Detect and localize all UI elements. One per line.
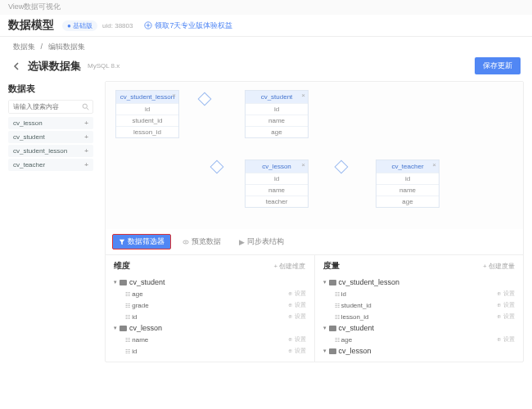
folder-icon	[329, 280, 336, 285]
add-measure[interactable]: + 创建度量	[483, 262, 515, 271]
promo-link[interactable]: 领取7天专业版体验权益	[144, 20, 232, 31]
measures-panel: 度量+ 创建度量 cv_student_lesson ☷ id⊕ 设置 ☷ st…	[314, 255, 524, 362]
svg-point-1	[83, 104, 87, 108]
dim-group[interactable]: cv_student	[114, 276, 306, 288]
entity-student[interactable]: cv_student× idnameage	[245, 90, 309, 138]
filter-icon	[119, 239, 125, 245]
svg-point-3	[185, 241, 187, 243]
search-box	[8, 100, 93, 114]
close-icon[interactable]: ×	[301, 161, 305, 169]
save-button[interactable]: 保存更新	[475, 57, 521, 74]
meas-group[interactable]: cv_student_lesson	[323, 276, 516, 288]
header: 数据模型 ● 基础版 uid: 38803 领取7天专业版体验权益	[0, 15, 532, 37]
tab-preview[interactable]: 预览数据	[176, 234, 228, 249]
table-item[interactable]: cv_student+	[8, 131, 93, 143]
table-item[interactable]: cv_student_lesson+	[8, 145, 93, 157]
sidebar: 数据表 cv_lesson+ cv_student+ cv_student_le…	[8, 81, 93, 362]
tabs: 数据筛选器 预览数据 ▶同步表结构	[106, 229, 523, 254]
app-title: 数据模型	[8, 18, 54, 33]
sidebar-title: 数据表	[8, 81, 93, 100]
folder-icon	[329, 348, 336, 354]
play-icon: ▶	[239, 238, 245, 246]
meas-field[interactable]: ☷ lesson_id⊕ 设置	[323, 311, 516, 322]
dim-field[interactable]: ☷ id⊕ 设置	[114, 345, 306, 357]
meas-group[interactable]: cv_lesson	[323, 345, 516, 357]
field-ops[interactable]: ⊕ 设置	[497, 335, 515, 344]
search-input[interactable]	[9, 101, 78, 113]
er-canvas[interactable]: cv_student_lesson× idstudent_idlesson_id…	[106, 82, 523, 229]
table-list: cv_lesson+ cv_student+ cv_student_lesson…	[8, 117, 93, 171]
crumb-root[interactable]: 数据集	[13, 43, 35, 51]
plus-icon[interactable]: +	[84, 147, 88, 155]
folder-icon	[329, 326, 336, 331]
dim-field[interactable]: ☷ id⊕ 设置	[114, 311, 306, 322]
relation-icon[interactable]	[198, 92, 212, 106]
entity-student-lesson[interactable]: cv_student_lesson× idstudent_idlesson_id	[115, 90, 179, 138]
dataset-title: 选课数据集	[28, 59, 81, 74]
entity-lesson[interactable]: cv_lesson× idnameteacher	[245, 160, 309, 208]
plus-icon[interactable]: +	[84, 119, 88, 127]
field-ops[interactable]: ⊕ 设置	[497, 312, 515, 321]
breadcrumb: 数据集 / 编辑数据集	[0, 37, 532, 57]
entity-teacher[interactable]: cv_teacher× idnameage	[376, 160, 440, 208]
field-ops[interactable]: ⊕ 设置	[288, 312, 306, 321]
table-item[interactable]: cv_lesson+	[8, 117, 93, 129]
meas-field[interactable]: ☷ id⊕ 设置	[323, 288, 516, 299]
meas-field[interactable]: ☷ age⊕ 设置	[323, 334, 516, 345]
field-ops[interactable]: ⊕ 设置	[288, 347, 306, 355]
titlebar: 选课数据集 MySQL 8.x 保存更新	[0, 57, 532, 81]
field-ops[interactable]: ⊕ 设置	[288, 301, 306, 309]
table-item[interactable]: cv_teacher+	[8, 159, 93, 171]
dimensions-panel: 维度+ 创建维度 cv_student ☷ age⊕ 设置 ☷ grade⊕ 设…	[106, 255, 314, 362]
field-ops[interactable]: ⊕ 设置	[288, 335, 306, 344]
db-label: MySQL 8.x	[88, 62, 119, 70]
search-icon[interactable]	[78, 101, 92, 113]
topbar-brand: View数据可视化	[0, 0, 532, 15]
dim-group[interactable]: cv_lesson	[114, 322, 306, 334]
close-icon[interactable]: ×	[172, 92, 176, 99]
plus-icon[interactable]: +	[84, 161, 88, 169]
tab-filter[interactable]: 数据筛选器	[112, 234, 171, 249]
crumb-current: 编辑数据集	[48, 43, 85, 51]
close-icon[interactable]: ×	[432, 161, 436, 169]
meas-group[interactable]: cv_student	[323, 322, 516, 334]
eye-icon	[183, 239, 189, 245]
main-panel: cv_student_lesson× idstudent_idlesson_id…	[105, 81, 524, 362]
relation-icon[interactable]	[210, 160, 224, 174]
dim-field[interactable]: ☷ grade⊕ 设置	[114, 299, 306, 311]
plan-badge: ● 基础版	[62, 20, 97, 31]
meas-field[interactable]: ☷ student_id⊕ 设置	[323, 299, 516, 311]
field-ops[interactable]: ⊕ 设置	[288, 290, 306, 298]
plus-icon[interactable]: +	[84, 133, 88, 141]
folder-icon	[119, 280, 127, 285]
add-dimension[interactable]: + 创建维度	[274, 262, 306, 271]
tab-sync[interactable]: ▶同步表结构	[232, 234, 291, 249]
gift-icon	[144, 21, 152, 29]
dim-field[interactable]: ☷ name⊕ 设置	[114, 334, 306, 345]
relation-icon[interactable]	[335, 160, 349, 174]
folder-icon	[119, 326, 127, 331]
uid-label: uid: 38803	[102, 22, 133, 29]
back-icon[interactable]	[11, 61, 21, 71]
close-icon[interactable]: ×	[301, 92, 305, 99]
field-ops[interactable]: ⊕ 设置	[497, 301, 515, 309]
dim-field[interactable]: ☷ age⊕ 设置	[114, 288, 306, 299]
field-ops[interactable]: ⊕ 设置	[497, 290, 515, 298]
